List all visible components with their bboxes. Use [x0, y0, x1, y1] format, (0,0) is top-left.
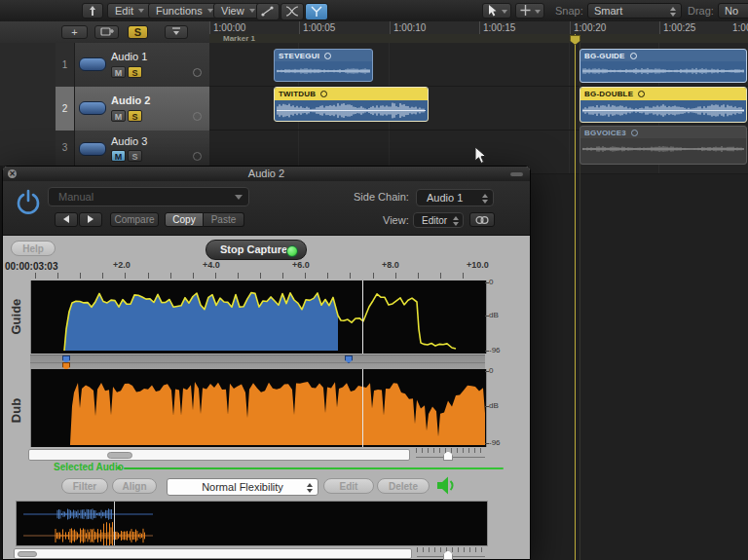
dub-waveform — [31, 369, 486, 447]
copy-label: Copy — [172, 214, 195, 225]
scrollbar-thumb[interactable] — [107, 452, 132, 459]
region-bg-double[interactable]: BG-DOUBLE — [580, 87, 747, 123]
audition-speaker-button[interactable] — [435, 475, 457, 496]
paste-label: Paste — [211, 214, 237, 225]
overview-scrollbar[interactable] — [14, 548, 412, 559]
menu-view-label: View — [221, 5, 244, 17]
region-title: STEVEGUI — [275, 50, 372, 61]
drag-dropdown[interactable]: No Ov — [718, 3, 748, 19]
loop-circle-icon — [320, 91, 327, 97]
crossfade-icon — [284, 5, 300, 18]
scrollbar-thumb[interactable] — [18, 551, 37, 557]
region-waveform — [580, 100, 746, 121]
flexibility-dropdown[interactable]: Normal Flexibility — [167, 478, 318, 496]
link-button[interactable] — [469, 212, 495, 227]
edit-button[interactable]: Edit — [323, 478, 374, 494]
plugin-header: Manual Side Chain: Audio 1 Compare Copy … — [3, 181, 530, 236]
editor-scrollbar[interactable] — [28, 449, 410, 461]
chevron-down-icon — [249, 9, 255, 13]
region-name: BG-GUIDE — [584, 52, 625, 60]
mute-button[interactable]: M — [111, 66, 126, 78]
plugin-titlebar[interactable]: ✕ Audio 2 — [3, 167, 530, 182]
solo-button[interactable]: S — [128, 150, 142, 162]
compare-button[interactable]: Compare — [110, 212, 159, 227]
secondary-tool-button[interactable] — [515, 3, 544, 19]
triangle-right-icon — [88, 215, 94, 223]
crossfade-button[interactable] — [280, 3, 304, 20]
sync-point-strip[interactable] — [30, 355, 485, 370]
input-monitor-icon[interactable] — [193, 112, 202, 121]
menu-edit[interactable]: Edit — [107, 3, 152, 19]
marker-label: Marker 1 — [223, 34, 255, 43]
filter-button[interactable]: Filter — [61, 478, 108, 494]
mute-button[interactable]: M — [111, 150, 126, 162]
loop-circle-icon — [630, 53, 637, 59]
selected-audio-label: Selected Audio — [54, 462, 124, 472]
duplicate-track-button[interactable] — [94, 25, 119, 39]
copy-button[interactable]: Copy — [165, 212, 204, 227]
track-number: 1 — [56, 43, 75, 87]
stop-capture-button[interactable]: Stop Capture — [206, 240, 307, 260]
editor-playhead — [362, 280, 363, 354]
overview-zoom-slider[interactable] — [417, 547, 485, 560]
editor-ruler-label: +8.0 — [382, 260, 399, 270]
solo-button[interactable]: S — [128, 110, 142, 122]
playhead-line[interactable] — [575, 34, 576, 560]
slider-ticks — [416, 448, 485, 453]
minimize-icon[interactable] — [510, 172, 523, 176]
power-button[interactable] — [15, 188, 42, 215]
help-button[interactable]: Help — [11, 241, 56, 256]
previous-preset-button[interactable] — [55, 212, 78, 227]
snap-dropdown[interactable]: Smart — [587, 3, 682, 19]
audio-track-icon — [79, 57, 106, 71]
guide-waveform-panel[interactable] — [30, 280, 487, 354]
region-bgvoice3[interactable]: BGVOICE3 — [580, 126, 747, 165]
add-track-button[interactable]: + — [61, 25, 88, 39]
track-name: Audio 1 — [111, 51, 147, 62]
scale-label-0: 0 — [489, 366, 493, 375]
editor-ruler-label: +10.0 — [467, 260, 489, 270]
automation-button[interactable] — [256, 3, 280, 20]
editor-ruler-label: +2.0 — [113, 260, 131, 270]
region-bg-guide[interactable]: BG-GUIDE — [580, 49, 747, 83]
catch-playhead-button[interactable] — [82, 3, 103, 19]
mouse-cursor — [473, 146, 487, 166]
loop-circle-icon — [324, 53, 331, 59]
audio-track-icon — [79, 101, 106, 115]
editor-zoom-slider[interactable] — [416, 448, 485, 462]
track-display-dropdown[interactable] — [165, 25, 188, 39]
overview-panel[interactable] — [16, 501, 488, 546]
track-number: 2 — [56, 87, 75, 131]
side-chain-dropdown[interactable]: Audio 1 — [416, 189, 494, 206]
track-row-audio2[interactable]: 2 Audio 2 M S — [56, 87, 209, 131]
region-stevegui[interactable]: STEVEGUI — [274, 49, 373, 82]
track-row-audio1[interactable]: 1 Audio 1 M S — [56, 43, 209, 88]
dub-waveform-panel[interactable] — [30, 369, 487, 447]
track-row-audio3[interactable]: 3 Audio 3 M S — [56, 131, 209, 166]
guide-track-label: Guide — [9, 306, 23, 335]
chevron-down-icon — [502, 10, 507, 14]
menu-functions[interactable]: Functions — [148, 3, 221, 19]
selected-audio-range-line — [124, 467, 504, 469]
view-dropdown[interactable]: Editor — [413, 212, 464, 228]
edit-label: Edit — [340, 481, 358, 492]
preset-dropdown[interactable]: Manual — [48, 187, 249, 206]
next-preset-button[interactable] — [79, 212, 102, 227]
delete-button[interactable]: Delete — [377, 478, 430, 494]
input-monitor-icon[interactable] — [193, 152, 202, 161]
scale-label-db: dB — [489, 311, 499, 319]
mute-button[interactable]: M — [111, 110, 126, 122]
loop-circle-icon — [638, 91, 645, 97]
region-twitdub[interactable]: TWITDUB — [274, 87, 429, 122]
solo-mode-button[interactable]: S — [128, 25, 148, 39]
flex-button[interactable] — [305, 3, 328, 20]
pointer-tool-button[interactable] — [482, 3, 511, 19]
triangle-left-icon — [63, 215, 69, 223]
scale-label-db: dB — [489, 401, 499, 410]
region-waveform — [275, 61, 372, 81]
input-monitor-icon[interactable] — [193, 68, 202, 77]
solo-button[interactable]: S — [128, 66, 142, 78]
align-button[interactable]: Align — [112, 478, 157, 494]
editor-ruler-ticks — [35, 273, 485, 279]
paste-button[interactable]: Paste — [204, 212, 244, 227]
